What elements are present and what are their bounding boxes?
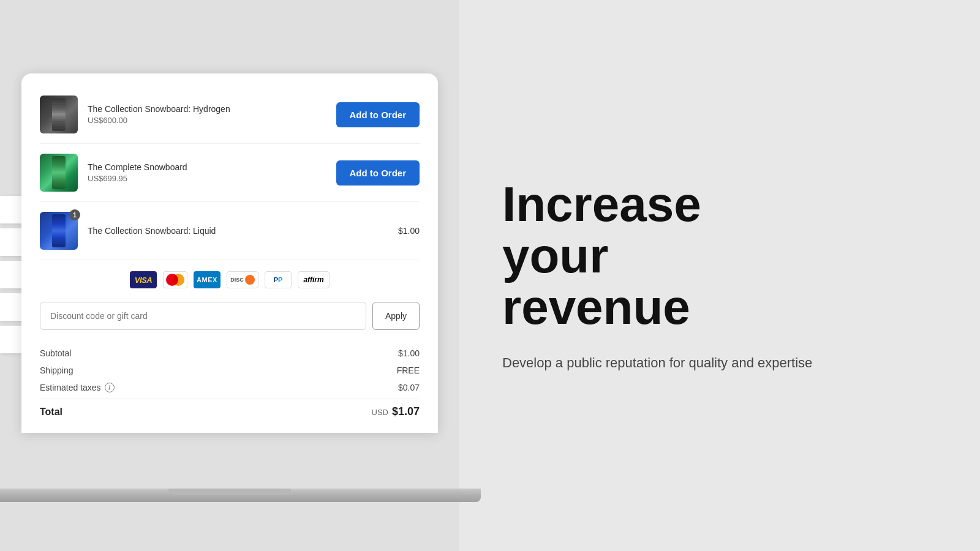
product-image-wrapper-liquid: 1 xyxy=(40,212,78,250)
mc-orange-circle xyxy=(172,274,184,286)
headline-line1: Increase xyxy=(502,177,701,231)
laptop-wrapper: The Collection Snowboard: Hydrogen US$60… xyxy=(0,0,459,551)
paypal-icon: PP xyxy=(265,271,292,288)
board-hydrogen-img xyxy=(52,98,66,131)
laptop-base xyxy=(0,489,481,502)
shipping-label: Shipping xyxy=(40,365,74,375)
taxes-label: Estimated taxes i xyxy=(40,383,115,392)
subtotal-row: Subtotal $1.00 xyxy=(40,345,420,362)
discover-text: DISC xyxy=(230,277,244,283)
hero-headline: Increase your revenue xyxy=(502,179,937,333)
discover-icon: DISC xyxy=(227,271,258,288)
payment-icons-row: VISA AMEX DISC PP xyxy=(40,260,420,298)
left-panel: The Collection Snowboard: Hydrogen US$60… xyxy=(0,0,459,551)
total-amount: $1.07 xyxy=(392,405,420,418)
product-info-liquid: The Collection Snowboard: Liquid xyxy=(88,226,373,236)
affirm-icon: affirm xyxy=(298,271,330,288)
product-image-wrapper-hydrogen xyxy=(40,96,78,133)
shipping-row: Shipping FREE xyxy=(40,362,420,379)
total-currency: USD xyxy=(372,408,388,417)
paypal-p2: P xyxy=(278,276,282,283)
board-complete-img xyxy=(52,156,66,189)
total-right: USD $1.07 xyxy=(372,405,420,418)
product-image-wrapper-complete xyxy=(40,154,78,192)
mc-circles xyxy=(166,274,184,286)
taxes-value: $0.07 xyxy=(398,383,420,392)
visa-icon: VISA xyxy=(130,271,157,288)
subtotal-value: $1.00 xyxy=(398,348,420,358)
subtotal-label: Subtotal xyxy=(40,348,71,358)
discount-row: Apply xyxy=(40,298,420,342)
product-info-complete: The Complete Snowboard US$699.95 xyxy=(88,162,326,183)
taxes-label-text: Estimated taxes xyxy=(40,383,101,392)
product-info-hydrogen: The Collection Snowboard: Hydrogen US$60… xyxy=(88,104,326,125)
headline-line3: revenue xyxy=(502,280,690,334)
paypal-p1: P xyxy=(274,276,278,283)
laptop-screen: The Collection Snowboard: Hydrogen US$60… xyxy=(21,73,438,433)
product-price-hydrogen: US$600.00 xyxy=(88,116,326,125)
taxes-info-icon: i xyxy=(105,383,115,392)
total-row: Total USD $1.07 xyxy=(40,399,420,421)
mastercard-icon xyxy=(163,271,187,288)
discount-code-input[interactable] xyxy=(40,302,366,330)
shipping-value: FREE xyxy=(397,365,420,375)
discover-circle xyxy=(245,275,255,285)
quantity-badge: 1 xyxy=(69,209,80,220)
headline-line2: your xyxy=(502,228,608,283)
apply-discount-button[interactable]: Apply xyxy=(372,302,420,330)
cart-panel: The Collection Snowboard: Hydrogen US$60… xyxy=(21,73,438,433)
product-price-liquid: $1.00 xyxy=(383,226,420,236)
product-name-hydrogen: The Collection Snowboard: Hydrogen xyxy=(88,104,326,114)
board-liquid-img xyxy=(52,214,66,247)
amex-icon: AMEX xyxy=(194,271,221,288)
product-row-complete: The Complete Snowboard US$699.95 Add to … xyxy=(40,144,420,202)
product-row-hydrogen: The Collection Snowboard: Hydrogen US$60… xyxy=(40,86,420,144)
order-summary: Subtotal $1.00 Shipping FREE Estimated t… xyxy=(40,342,420,421)
add-to-order-button-complete[interactable]: Add to Order xyxy=(336,160,420,186)
right-panel: Increase your revenue Develop a public r… xyxy=(459,0,980,551)
hero-subtitle: Develop a public reputation for quality … xyxy=(502,353,821,373)
laptop-notch xyxy=(168,489,291,495)
product-name-complete: The Complete Snowboard xyxy=(88,162,326,172)
taxes-row: Estimated taxes i $0.07 xyxy=(40,379,420,396)
product-image-hydrogen xyxy=(40,96,78,133)
product-name-liquid: The Collection Snowboard: Liquid xyxy=(88,226,373,236)
product-row-liquid: 1 The Collection Snowboard: Liquid $1.00 xyxy=(40,202,420,260)
product-image-complete xyxy=(40,154,78,192)
product-price-complete: US$699.95 xyxy=(88,174,326,183)
total-label: Total xyxy=(40,407,62,418)
add-to-order-button-hydrogen[interactable]: Add to Order xyxy=(336,102,420,127)
